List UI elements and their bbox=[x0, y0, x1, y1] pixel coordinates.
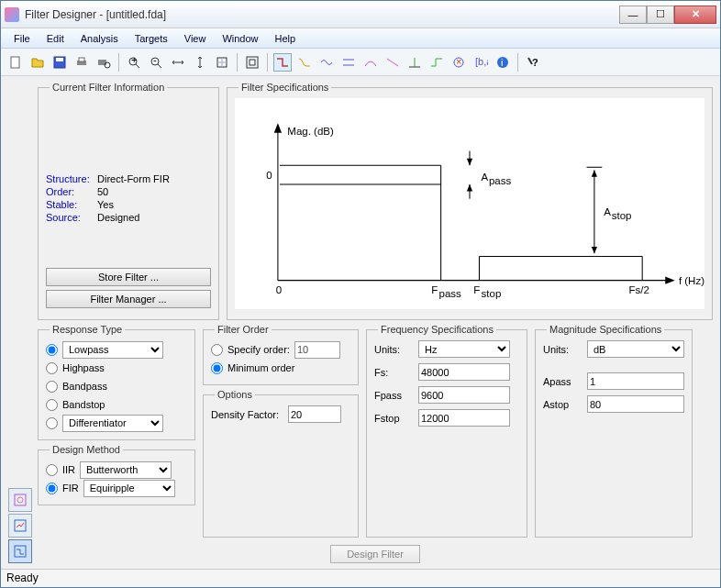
svg-text:stop: stop bbox=[612, 210, 632, 221]
open-icon[interactable] bbox=[28, 53, 47, 72]
filter-spec-icon[interactable] bbox=[273, 53, 292, 72]
filter-spec-group: Filter Specifications Mag. (dB) f (Hz) bbox=[227, 82, 713, 320]
menu-view[interactable]: View bbox=[177, 31, 214, 46]
phase-icon[interactable] bbox=[317, 53, 336, 72]
lowpass-select[interactable]: Lowpass bbox=[62, 341, 163, 359]
highpass-radio[interactable]: Highpass bbox=[46, 359, 187, 377]
bandstop-radio[interactable]: Bandstop bbox=[46, 395, 187, 414]
magnitude-icon[interactable] bbox=[295, 53, 314, 72]
current-filter-info-group: Current Filter Information Structure:Dir… bbox=[38, 82, 219, 320]
options-group: Options Density Factor: bbox=[203, 389, 359, 538]
density-input[interactable] bbox=[288, 405, 341, 423]
iir-select[interactable]: Butterworth bbox=[80, 461, 172, 479]
menu-window[interactable]: Window bbox=[215, 31, 265, 46]
astop-input[interactable] bbox=[587, 395, 684, 413]
sidebar-btn-2[interactable] bbox=[8, 514, 32, 538]
svg-text:stop: stop bbox=[482, 288, 502, 299]
title-bar[interactable]: Filter Designer - [untitled.fda] — ☐ ✕ bbox=[1, 1, 720, 28]
design-legend: Design Method bbox=[50, 444, 123, 455]
source-label: Source: bbox=[46, 212, 97, 223]
svg-text:?: ? bbox=[532, 57, 538, 68]
mag-spec-group: Magnitude Specifications Units:dB Apass … bbox=[535, 324, 693, 538]
svg-rect-4 bbox=[79, 58, 84, 61]
bandpass-radio[interactable]: Bandpass bbox=[46, 377, 187, 395]
iir-radio[interactable]: IIRButterworth bbox=[46, 460, 187, 479]
spec-graph: Mag. (dB) f (Hz) 0 bbox=[235, 98, 704, 309]
full-view-icon[interactable] bbox=[243, 53, 261, 72]
menu-file[interactable]: File bbox=[6, 31, 38, 46]
fir-radio[interactable]: FIREquiripple bbox=[46, 479, 187, 497]
svg-text:0: 0 bbox=[276, 284, 282, 295]
mag-phase-icon[interactable] bbox=[339, 53, 358, 72]
menu-targets[interactable]: Targets bbox=[128, 31, 175, 46]
menu-help[interactable]: Help bbox=[268, 31, 304, 46]
fpass-input[interactable] bbox=[418, 386, 510, 404]
specify-order-radio[interactable]: Specify order: bbox=[211, 340, 350, 359]
svg-text:i: i bbox=[501, 57, 503, 68]
menu-edit[interactable]: Edit bbox=[39, 31, 72, 46]
density-label: Density Factor: bbox=[211, 409, 283, 420]
fstop-label: Fstop bbox=[374, 413, 413, 424]
design-method-group: Design Method IIRButterworth FIREquiripp… bbox=[38, 444, 195, 505]
freq-units-select[interactable]: Hz bbox=[418, 340, 510, 358]
phase-delay-icon[interactable] bbox=[383, 53, 402, 72]
zoom-in-icon[interactable]: + bbox=[125, 53, 143, 72]
min-order-radio[interactable]: Minimum order bbox=[211, 359, 350, 377]
zoom-y-icon[interactable] bbox=[191, 53, 209, 72]
restore-view-icon[interactable] bbox=[213, 53, 231, 72]
maximize-button[interactable]: ☐ bbox=[647, 6, 674, 24]
svg-text:-: - bbox=[153, 55, 157, 65]
svg-marker-31 bbox=[665, 276, 674, 283]
coeff-icon[interactable]: [b,a] bbox=[471, 53, 490, 72]
astop-label: Astop bbox=[543, 399, 582, 410]
svg-text:×: × bbox=[456, 56, 461, 67]
menu-bar: File Edit Analysis Targets View Window H… bbox=[1, 28, 720, 49]
svg-marker-39 bbox=[467, 159, 472, 165]
svg-marker-41 bbox=[467, 184, 472, 191]
svg-text:+: + bbox=[131, 55, 137, 65]
filter-manager-button[interactable]: Filter Manager ... bbox=[46, 290, 211, 308]
info-icon[interactable]: i bbox=[494, 53, 512, 72]
diff-radio[interactable]: Differentiator bbox=[46, 414, 187, 432]
left-tool-column bbox=[8, 82, 34, 567]
close-button[interactable]: ✕ bbox=[674, 6, 716, 24]
diff-select[interactable]: Differentiator bbox=[62, 415, 163, 432]
minimize-button[interactable]: — bbox=[619, 6, 647, 24]
print-icon[interactable] bbox=[72, 53, 91, 72]
apass-input[interactable] bbox=[587, 372, 684, 390]
svg-rect-14 bbox=[247, 57, 258, 68]
save-icon[interactable] bbox=[50, 53, 69, 72]
impulse-icon[interactable] bbox=[405, 53, 424, 72]
fs-label: Fs: bbox=[374, 367, 413, 378]
sidebar-btn-1[interactable] bbox=[8, 488, 32, 512]
new-icon[interactable] bbox=[6, 53, 25, 72]
context-help-icon[interactable]: ? bbox=[524, 53, 542, 72]
fs-input[interactable] bbox=[418, 363, 510, 381]
store-filter-button[interactable]: Store Filter ... bbox=[46, 268, 211, 286]
step-icon[interactable] bbox=[427, 53, 446, 72]
response-type-group: Response Type Lowpass Highpass Bandpass … bbox=[38, 324, 195, 440]
print-preview-icon[interactable] bbox=[94, 53, 113, 72]
forder-legend: Filter Order bbox=[215, 324, 272, 335]
source-value: Designed bbox=[97, 212, 139, 223]
fstop-input[interactable] bbox=[418, 409, 510, 427]
svg-marker-46 bbox=[592, 247, 597, 253]
group-delay-icon[interactable] bbox=[361, 53, 380, 72]
pole-zero-icon[interactable]: × bbox=[449, 53, 468, 72]
svg-marker-45 bbox=[592, 170, 597, 176]
design-filter-button[interactable]: Design Filter bbox=[330, 545, 420, 563]
sidebar-btn-3[interactable] bbox=[8, 539, 32, 563]
fir-select[interactable]: Equiripple bbox=[83, 480, 175, 497]
mag-legend: Magnitude Specifications bbox=[547, 324, 664, 335]
menu-analysis[interactable]: Analysis bbox=[73, 31, 126, 46]
svg-point-25 bbox=[17, 497, 23, 503]
lowpass-radio[interactable]: Lowpass bbox=[46, 340, 187, 359]
apass-label: Apass bbox=[543, 376, 582, 387]
mag-units-select[interactable]: dB bbox=[587, 340, 684, 358]
options-legend: Options bbox=[215, 389, 255, 400]
toolbar: + - × [b,a] i ? bbox=[1, 49, 720, 76]
zoom-x-icon[interactable] bbox=[169, 53, 187, 72]
svg-marker-30 bbox=[274, 123, 282, 132]
specify-order-input[interactable] bbox=[294, 341, 340, 359]
zoom-out-icon[interactable]: - bbox=[147, 53, 165, 72]
